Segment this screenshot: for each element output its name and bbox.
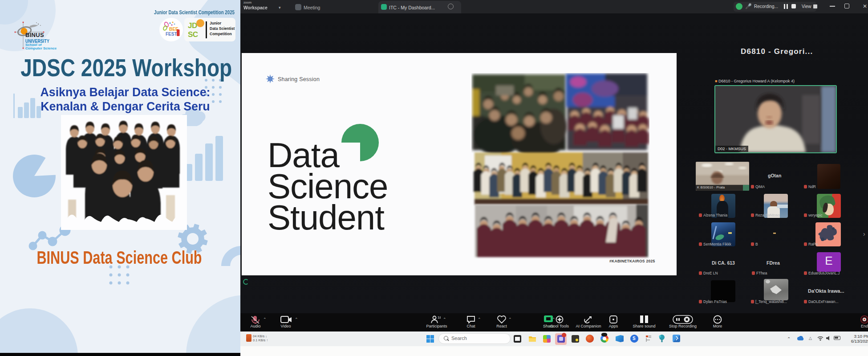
svg-text:FEST: FEST <box>166 32 177 37</box>
svg-text:18: 18 <box>438 315 441 319</box>
svg-text:Competition: Competition <box>210 32 232 36</box>
svg-text:Junior: Junior <box>210 21 222 25</box>
svg-text:SC: SC <box>188 30 198 39</box>
svg-text:JD: JD <box>188 21 197 30</box>
svg-text:Data Scientist: Data Scientist <box>210 26 235 31</box>
